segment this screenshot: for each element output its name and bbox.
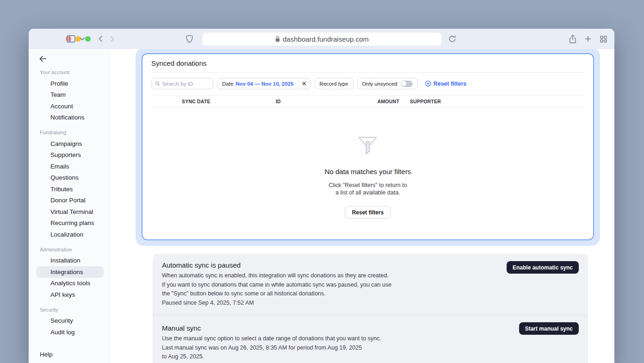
sidebar-item-analytics-tools[interactable]: Analytics tools — [32, 278, 105, 289]
search-by-id-field[interactable] — [151, 78, 213, 89]
paused-since-text: Paused since Sep 4, 2025, 7:52 AM — [162, 300, 579, 307]
tab-overview-icon[interactable] — [600, 29, 607, 49]
divider — [153, 315, 588, 315]
automatic-sync-section: Automatic sync is paused When automatic … — [162, 261, 579, 306]
only-unsynced-toggle[interactable] — [401, 81, 413, 87]
sidebar-item-donor-portal[interactable]: Donor Portal — [32, 195, 105, 207]
privacy-shield-icon[interactable] — [186, 29, 193, 49]
sidebar-item-localization[interactable]: Localization — [32, 229, 105, 240]
automatic-sync-instructions-line2: the "Sync" button below to sync some or … — [162, 291, 579, 297]
sidebar-section-your-account: Your account — [40, 69, 109, 75]
search-input[interactable] — [162, 81, 209, 87]
reload-icon[interactable] — [449, 29, 456, 49]
only-unsynced-filter-pill[interactable]: Only unsynced — [357, 78, 418, 89]
empty-state: No data matches your filters Click "Rese… — [151, 108, 584, 219]
reset-filters-button[interactable]: Reset filters — [345, 206, 391, 219]
sidebar-item-team[interactable]: Team — [32, 89, 105, 101]
sidebar-item-campaigns[interactable]: Campaigns — [32, 138, 105, 150]
automatic-sync-description: When automatic sync is enabled, this int… — [162, 273, 579, 279]
sidebar-item-help[interactable]: Help — [40, 351, 53, 358]
record-type-label: Record type — [320, 81, 348, 87]
back-button[interactable] — [99, 29, 103, 49]
column-header-supporter[interactable]: SUPPORTER — [410, 99, 441, 104]
toggle-sidebar-icon[interactable] — [67, 29, 75, 49]
date-filter-value: Nov 04 — Nov 10, 2025 — [235, 81, 297, 87]
date-filter-label: Date — [217, 81, 235, 87]
funnel-icon — [357, 136, 378, 157]
address-bar[interactable]: dashboard.fundraiseup.com — [202, 32, 442, 46]
zoom-window-button[interactable] — [85, 36, 91, 42]
sidebar-item-tributes[interactable]: Tributes — [32, 183, 105, 195]
last-manual-sync-line1: Last manual sync was on Aug 26, 2025, 8:… — [162, 345, 579, 351]
column-header-id[interactable]: ID — [276, 99, 281, 104]
column-header-sync-date[interactable]: SYNC DATE — [182, 99, 211, 104]
sidebar-item-virtual-terminal[interactable]: Virtual Terminal — [32, 206, 105, 218]
sidebar-item-audit-log[interactable]: Audit log — [32, 326, 105, 338]
sidebar-item-account[interactable]: Account — [32, 100, 105, 112]
browser-window: dashboard.fundraiseup.com Your account P… — [29, 29, 614, 363]
sidebar-section-administration: Administration — [40, 247, 109, 253]
sidebar-item-notifications[interactable]: Notifications — [32, 112, 105, 124]
manual-sync-section: Manual sync Use the manual sync option t… — [162, 324, 579, 363]
browser-titlebar: dashboard.fundraiseup.com — [29, 29, 614, 49]
sidebar-item-api-keys[interactable]: API keys — [32, 289, 105, 300]
automatic-sync-instructions: If you want to sync donations that came … — [162, 282, 579, 297]
enable-automatic-sync-button[interactable]: Enable automatic sync — [507, 261, 579, 274]
divider — [151, 72, 584, 73]
empty-state-title: No data matches your filters — [325, 168, 411, 175]
table-header-row: SYNC DATE ID AMOUNT SUPPORTER — [151, 95, 584, 107]
clear-date-filter-icon[interactable] — [298, 78, 310, 89]
manual-sync-description: Use the manual sync option to select a d… — [162, 336, 579, 342]
sync-settings-card: Automatic sync is paused When automatic … — [153, 254, 588, 363]
sidebar-item-security[interactable]: Security — [32, 315, 105, 327]
empty-state-line1: Click "Reset filters" to return to — [328, 182, 407, 188]
sidebar-back-arrow-icon[interactable] — [39, 56, 47, 63]
sidebar-item-profile[interactable]: Profile — [32, 78, 105, 89]
sidebar-item-installation[interactable]: Installation — [32, 255, 105, 267]
sidebar-item-questions[interactable]: Questions — [32, 172, 105, 184]
reset-filters-link-label: Reset filters — [433, 81, 467, 87]
sidebar-item-emails[interactable]: Emails — [32, 161, 105, 172]
column-header-amount[interactable]: AMOUNT — [372, 99, 399, 104]
share-icon[interactable] — [569, 29, 576, 49]
sidebar-item-supporters[interactable]: Supporters — [32, 150, 105, 161]
url-text: dashboard.fundraiseup.com — [283, 35, 369, 43]
filters-row: Date Nov 04 — Nov 10, 2025 Record type O… — [151, 78, 584, 89]
automatic-sync-instructions-line1: If you want to sync donations that came … — [162, 282, 579, 288]
record-type-filter-pill[interactable]: Record type — [315, 78, 353, 89]
reset-filters-link[interactable]: Reset filters — [425, 81, 467, 87]
synced-donations-panel: Synced donations Date Nov 04 — Nov 10, 2… — [142, 53, 594, 240]
start-manual-sync-button[interactable]: Start manual sync — [519, 322, 579, 335]
lock-icon — [275, 36, 280, 42]
synced-donations-highlight-frame: Synced donations Date Nov 04 — Nov 10, 2… — [136, 49, 600, 246]
only-unsynced-label: Only unsynced — [362, 81, 397, 87]
search-icon — [155, 81, 160, 86]
empty-state-line2: a list of all available data. — [335, 189, 400, 196]
dashboard-sidebar: Your account Profile Team Account Notifi… — [29, 49, 110, 363]
last-manual-sync-text: Last manual sync was on Aug 26, 2025, 8:… — [162, 345, 579, 360]
manual-sync-title: Manual sync — [162, 324, 579, 332]
sidebar-item-recurring-plans[interactable]: Recurring plans — [32, 218, 105, 229]
sidebar-section-fundraising: Fundraising — [40, 130, 109, 136]
new-tab-icon[interactable] — [585, 29, 591, 49]
sidebar-section-security: Security — [40, 307, 109, 313]
reset-filters-icon — [425, 81, 431, 87]
empty-state-description: Click "Reset filters" to return to a lis… — [328, 182, 407, 196]
sidebar-item-integrations[interactable]: Integrations — [36, 266, 104, 278]
main-content: Synced donations Date Nov 04 — Nov 10, 2… — [110, 49, 614, 363]
panel-title: Synced donations — [151, 54, 584, 67]
forward-button[interactable] — [110, 29, 114, 49]
date-filter-pill[interactable]: Date Nov 04 — Nov 10, 2025 — [217, 78, 311, 89]
chevron-down-icon[interactable] — [80, 29, 85, 49]
last-manual-sync-line2: to Aug 25, 2025. — [162, 354, 579, 360]
